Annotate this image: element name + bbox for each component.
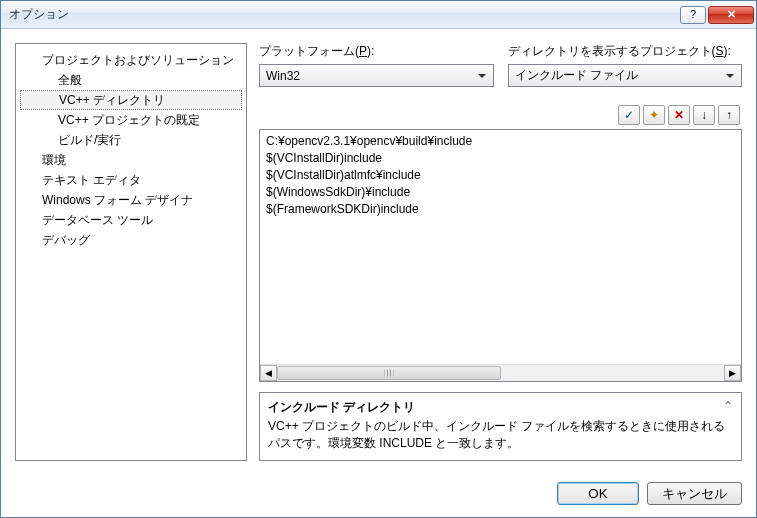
list-item[interactable]: $(FrameworkSDKDir)include (266, 201, 735, 218)
path-toolbar: ✓ ✦ ✕ ↓ ↑ (259, 105, 742, 125)
delete-icon[interactable]: ✕ (668, 105, 690, 125)
description-body: VC++ プロジェクトのビルド中、インクルード ファイルを検索するときに使用され… (268, 418, 733, 452)
platform-label: プラットフォーム(P): (259, 43, 494, 60)
tree-debug[interactable]: デバッグ (20, 230, 242, 250)
platform-value: Win32 (266, 69, 300, 83)
move-down-icon[interactable]: ↓ (693, 105, 715, 125)
platform-combo[interactable]: Win32 (259, 64, 494, 87)
list-item[interactable]: $(WindowsSdkDir)¥include (266, 184, 735, 201)
scroll-right-icon[interactable]: ▶ (724, 365, 741, 381)
category-tree[interactable]: プロジェクトおよびソリューション 全般 VC++ ディレクトリ VC++ プロジ… (15, 43, 247, 461)
description-panel: インクルード ディレクトリ VC++ プロジェクトのビルド中、インクルード ファ… (259, 392, 742, 461)
platform-field: プラットフォーム(P): Win32 (259, 43, 494, 87)
show-dirs-field: ディレクトリを表示するプロジェクト(S): インクルード ファイル (508, 43, 743, 87)
combo-row: プラットフォーム(P): Win32 ディレクトリを表示するプロジェクト(S):… (259, 43, 742, 87)
list-item[interactable]: $(VCInstallDir)atlmfc¥include (266, 167, 735, 184)
move-up-icon[interactable]: ↑ (718, 105, 740, 125)
tree-projects-solutions[interactable]: プロジェクトおよびソリューション (20, 50, 242, 70)
window-title: オプション (9, 6, 678, 23)
new-folder-icon[interactable]: ✦ (643, 105, 665, 125)
tree-winforms-designer[interactable]: Windows フォーム デザイナ (20, 190, 242, 210)
show-dirs-combo[interactable]: インクルード ファイル (508, 64, 743, 87)
options-dialog: オプション ? ✕ プロジェクトおよびソリューション 全般 VC++ ディレクト… (0, 0, 757, 518)
client-area: プロジェクトおよびソリューション 全般 VC++ ディレクトリ VC++ プロジ… (1, 29, 756, 469)
tree-vc-directories[interactable]: VC++ ディレクトリ (20, 90, 242, 110)
titlebar[interactable]: オプション ? ✕ (1, 1, 756, 29)
list-item[interactable]: C:¥opencv2.3.1¥opencv¥build¥include (266, 133, 735, 150)
details-pane: プラットフォーム(P): Win32 ディレクトリを表示するプロジェクト(S):… (259, 43, 742, 461)
scroll-thumb[interactable] (277, 366, 501, 380)
directory-list[interactable]: C:¥opencv2.3.1¥opencv¥build¥include $(VC… (259, 129, 742, 382)
ok-button[interactable]: OK (557, 482, 639, 505)
check-icon[interactable]: ✓ (618, 105, 640, 125)
cancel-button[interactable]: キャンセル (647, 482, 742, 505)
tree-text-editor[interactable]: テキスト エディタ (20, 170, 242, 190)
help-icon[interactable]: ? (680, 6, 706, 24)
description-title: インクルード ディレクトリ (268, 399, 733, 416)
close-icon[interactable]: ✕ (708, 6, 754, 24)
tree-vc-project-defaults[interactable]: VC++ プロジェクトの既定 (20, 110, 242, 130)
scroll-track[interactable] (277, 365, 724, 381)
chevron-icon[interactable]: ⌃ (721, 399, 735, 413)
h-scrollbar[interactable]: ◀ ▶ (260, 364, 741, 381)
tree-build-run[interactable]: ビルド/実行 (20, 130, 242, 150)
list-item[interactable]: $(VCInstallDir)include (266, 150, 735, 167)
tree-database-tools[interactable]: データベース ツール (20, 210, 242, 230)
show-dirs-value: インクルード ファイル (515, 67, 638, 84)
directory-items[interactable]: C:¥opencv2.3.1¥opencv¥build¥include $(VC… (260, 130, 741, 364)
show-dirs-label: ディレクトリを表示するプロジェクト(S): (508, 43, 743, 60)
scroll-left-icon[interactable]: ◀ (260, 365, 277, 381)
tree-general[interactable]: 全般 (20, 70, 242, 90)
tree-environment[interactable]: 環境 (20, 150, 242, 170)
dialog-footer: OK キャンセル (1, 469, 756, 517)
